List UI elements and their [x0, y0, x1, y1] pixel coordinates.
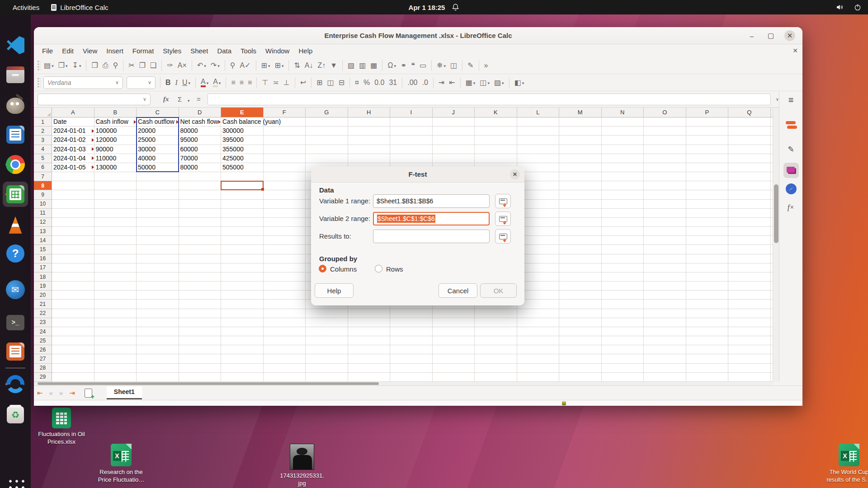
cell-D3[interactable]: 95000: [179, 136, 222, 145]
cell-O1[interactable]: [644, 117, 686, 127]
cell-P6[interactable]: [686, 163, 729, 172]
cell-C15[interactable]: [137, 245, 179, 254]
cell-I22[interactable]: [390, 309, 433, 318]
cell-F3[interactable]: [264, 136, 306, 145]
cell-A28[interactable]: [52, 364, 94, 373]
cell-N7[interactable]: [602, 172, 644, 181]
variable1-range-input[interactable]: $Sheet1.$B$1:$B$6: [373, 194, 490, 208]
background-color-dropdown-icon[interactable]: ▾: [502, 79, 504, 87]
cell-A17[interactable]: [52, 263, 94, 272]
column-header-I[interactable]: I: [390, 108, 433, 117]
cell-D2[interactable]: 80000: [179, 127, 222, 136]
cell-F19[interactable]: [264, 282, 306, 291]
cell-E8[interactable]: [221, 181, 264, 190]
cell-I2[interactable]: [390, 127, 433, 136]
print-button[interactable]: ⎙: [101, 60, 110, 71]
cell-A15[interactable]: [52, 245, 94, 254]
row-header-16[interactable]: 16: [34, 254, 52, 263]
cell-P28[interactable]: [686, 364, 729, 373]
cell-G5[interactable]: [306, 154, 348, 163]
cell-C18[interactable]: [137, 272, 179, 282]
cell-B28[interactable]: [94, 364, 137, 373]
row-header-27[interactable]: 27: [34, 354, 52, 363]
cell-O21[interactable]: [644, 300, 686, 309]
row-header-23[interactable]: 23: [34, 318, 52, 327]
cell-B20[interactable]: [94, 291, 137, 300]
cell-M23[interactable]: [559, 318, 602, 327]
cell-P7[interactable]: [686, 172, 729, 181]
cell-O28[interactable]: [644, 364, 686, 373]
cell-Q22[interactable]: [728, 309, 771, 318]
help-button[interactable]: Help: [315, 283, 354, 298]
gallery-icon[interactable]: [783, 163, 799, 178]
cell-E9[interactable]: [221, 190, 264, 199]
cell-Q19[interactable]: [728, 282, 771, 291]
cell-N26[interactable]: [602, 345, 644, 354]
cell-I1[interactable]: [390, 117, 433, 127]
row-dropdown-icon[interactable]: ▾: [268, 62, 270, 70]
cell-D7[interactable]: [179, 172, 222, 181]
cell-P27[interactable]: [686, 354, 729, 363]
cell-A3[interactable]: 2024-01-02: [52, 136, 94, 145]
cell-I28[interactable]: [390, 364, 433, 373]
cell-I26[interactable]: [390, 345, 433, 354]
cell-C14[interactable]: [137, 236, 179, 245]
cell-A16[interactable]: [52, 254, 94, 263]
select-all-corner[interactable]: [34, 108, 52, 117]
row-header-26[interactable]: 26: [34, 345, 52, 354]
cell-O13[interactable]: [644, 227, 686, 236]
cell-G26[interactable]: [306, 345, 348, 354]
cell-M25[interactable]: [559, 336, 602, 345]
cell-H3[interactable]: [348, 136, 391, 145]
number-format-button[interactable]: 0.0: [373, 77, 386, 88]
cell-Q1[interactable]: [728, 117, 771, 127]
cell-E18[interactable]: [221, 272, 264, 282]
hyperlink-button[interactable]: ⚭: [399, 60, 408, 71]
cell-L24[interactable]: [517, 327, 560, 336]
cell-A19[interactable]: [52, 282, 94, 291]
spelling-button[interactable]: A✓: [238, 60, 252, 71]
cell-J29[interactable]: [433, 373, 475, 382]
desktop-icon-world-cup[interactable]: X The World Cupresults of the S…: [820, 444, 868, 484]
cell-E23[interactable]: [221, 318, 264, 327]
activities-button[interactable]: Activities: [13, 4, 39, 11]
cell-A9[interactable]: [52, 190, 94, 199]
cell-H27[interactable]: [348, 354, 391, 363]
cell-D28[interactable]: [179, 364, 222, 373]
toolbar-grip[interactable]: [37, 60, 40, 71]
focused-app-menu[interactable]: LibreOffice Calc: [51, 4, 108, 11]
cell-P17[interactable]: [686, 263, 729, 272]
cell-A6[interactable]: 2024-01-05: [52, 163, 94, 172]
redo-button[interactable]: ↷▾: [209, 60, 222, 71]
cell-C28[interactable]: [137, 364, 179, 373]
draw-functions-button[interactable]: ✎: [466, 60, 475, 71]
menu-tools[interactable]: Tools: [236, 46, 261, 56]
cell-N16[interactable]: [602, 254, 644, 263]
cell-L5[interactable]: [517, 154, 560, 163]
decrease-indent-button[interactable]: ⇤: [447, 77, 457, 88]
close-button[interactable]: ✕: [784, 30, 795, 41]
copy-button[interactable]: ❐: [137, 60, 147, 71]
cell-P4[interactable]: [686, 145, 729, 154]
cell-G24[interactable]: [306, 327, 348, 336]
dock-item-vlc[interactable]: [5, 214, 26, 236]
cell-Q7[interactable]: [728, 172, 771, 181]
cell-E21[interactable]: [221, 300, 264, 309]
functions-icon[interactable]: f×: [788, 203, 794, 211]
cell-H1[interactable]: [348, 117, 391, 127]
cell-P24[interactable]: [686, 327, 729, 336]
minimize-button[interactable]: –: [746, 30, 757, 41]
cell-B8[interactable]: [94, 181, 137, 190]
cell-B11[interactable]: [94, 209, 137, 218]
cell-O2[interactable]: [644, 127, 686, 136]
menu-sheet[interactable]: Sheet: [186, 46, 212, 56]
cell-B27[interactable]: [94, 354, 137, 363]
cell-Q20[interactable]: [728, 291, 771, 300]
cell-M2[interactable]: [559, 127, 602, 136]
special-character-button[interactable]: Ω▾: [386, 60, 398, 71]
cell-M3[interactable]: [559, 136, 602, 145]
cell-E5[interactable]: 425000: [221, 154, 264, 163]
cell-F28[interactable]: [264, 364, 306, 373]
cell-K5[interactable]: [475, 154, 517, 163]
sort-button[interactable]: ⇅: [292, 60, 302, 71]
